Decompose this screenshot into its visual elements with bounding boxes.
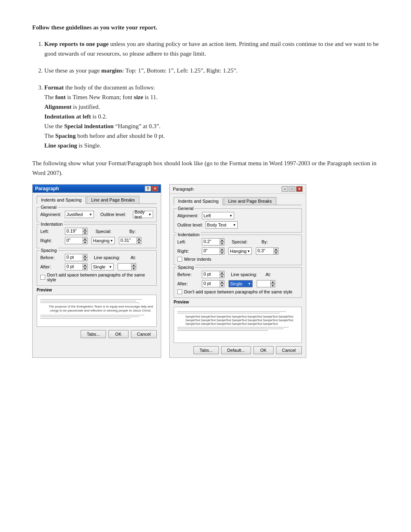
- before-spin-win7[interactable]: 0 pt ▲ ▼: [202, 271, 224, 278]
- preview-title-win7: Preview: [174, 300, 302, 304]
- left-spin-win7[interactable]: 0.2" ▲ ▼: [202, 238, 224, 245]
- minimize-button-win7[interactable]: –: [282, 186, 288, 192]
- at-spin-win7[interactable]: ▲ ▼: [257, 280, 275, 287]
- mirror-checkbox-win7[interactable]: [177, 257, 182, 262]
- after-up-win7[interactable]: ▲: [220, 280, 224, 284]
- after-spin-xp[interactable]: 0 pt ▲ ▼: [65, 263, 87, 270]
- outline-select-win7[interactable]: Body Text ▼: [206, 221, 238, 229]
- line-spacing-select-win7[interactable]: Single ▼: [228, 280, 253, 287]
- dont-add-checkbox-xp[interactable]: [40, 275, 45, 280]
- dialog-xp-window-controls[interactable]: ? ✕: [145, 186, 158, 191]
- left-value-xp[interactable]: 0.19": [65, 228, 83, 235]
- at-spin-xp[interactable]: ▲ ▼: [118, 263, 136, 270]
- after-up-arrow-xp[interactable]: ▲: [83, 263, 87, 267]
- right-spin-xp[interactable]: 0" ▲ ▼: [65, 237, 87, 244]
- general-content-win7: Alignment: Left ▼ Outline level: B: [177, 212, 298, 229]
- close-button-xp[interactable]: ✕: [152, 186, 158, 191]
- right-value-xp[interactable]: 0": [65, 237, 83, 244]
- left-row-win7: Left: 0.2" ▲ ▼ Special: By:: [177, 238, 298, 245]
- right-up-arrow-xp[interactable]: ▲: [83, 237, 87, 241]
- dialog-win7-window-controls[interactable]: – □ ✕: [282, 186, 303, 192]
- at-value-win7[interactable]: [257, 280, 271, 287]
- before-label-win7: Before:: [177, 272, 199, 277]
- right-spin-win7[interactable]: 0" ▲ ▼: [202, 247, 224, 255]
- after-spin-win7[interactable]: 0 pt ▲ ▼: [202, 280, 224, 287]
- ok-button-xp[interactable]: OK: [108, 330, 129, 338]
- line-spacing-arrow-xp: ▼: [109, 265, 112, 269]
- cancel-button-win7[interactable]: Cancel: [276, 346, 302, 354]
- right-value-win7[interactable]: 0": [202, 247, 220, 255]
- left-down-arrow-xp[interactable]: ▼: [83, 231, 87, 235]
- outline-label-win7: Outline level:: [177, 222, 203, 227]
- special-select-xp[interactable]: Hanging ▼: [91, 237, 115, 244]
- by-value-win7[interactable]: 0.3": [256, 247, 274, 255]
- spacing-section-win7: Spacing Before: 0 pt ▲ ▼ Line spacing: A…: [174, 267, 302, 298]
- cancel-button-xp[interactable]: Cancel: [131, 330, 157, 338]
- alignment-row-win7: Alignment: Left ▼: [177, 212, 298, 219]
- maximize-button-win7[interactable]: □: [289, 186, 295, 192]
- alignment-select-win7[interactable]: Left ▼: [202, 212, 234, 219]
- alignment-value-win7: Left: [203, 213, 211, 218]
- tab-line-breaks-win7[interactable]: Line and Page Breaks: [224, 197, 276, 205]
- right-up-win7[interactable]: ▲: [220, 247, 224, 251]
- tab-indents-spacing-win7[interactable]: Indents and Spacing: [174, 197, 223, 205]
- left-down-win7[interactable]: ▼: [220, 242, 224, 245]
- default-button-win7[interactable]: Default...: [221, 346, 251, 354]
- at-up-arrow-xp[interactable]: ▲: [131, 263, 136, 267]
- special-label-xp: Special:: [95, 229, 115, 234]
- left-value-win7[interactable]: 0.2": [202, 238, 220, 245]
- by-up-arrow-xp[interactable]: ▲: [137, 237, 141, 241]
- list-item-1: Keep reports to one page unless you are …: [44, 39, 379, 58]
- tabs-button-win7[interactable]: Tabs...: [193, 346, 218, 354]
- before-down-arrow-xp[interactable]: ▼: [83, 258, 87, 261]
- spacing-label-win7: Spacing: [176, 265, 195, 270]
- preview-win7-line-3: [177, 327, 289, 328]
- left-up-arrow-xp[interactable]: ▲: [83, 228, 87, 231]
- at-down-arrow-xp[interactable]: ▼: [131, 267, 136, 270]
- at-down-win7[interactable]: ▼: [270, 284, 275, 287]
- after-value-win7[interactable]: 0 pt: [202, 280, 220, 287]
- help-button-xp[interactable]: ?: [145, 186, 151, 191]
- tabs-button-xp[interactable]: Tabs...: [81, 330, 106, 338]
- before-down-win7[interactable]: ▼: [220, 274, 224, 278]
- alignment-select-xp[interactable]: Justified ▼: [65, 211, 94, 218]
- before-value-xp[interactable]: 0 pt: [65, 254, 83, 261]
- dialog-xp-tabs[interactable]: Indents and Spacing Line and Page Breaks: [37, 196, 157, 204]
- by-up-win7[interactable]: ▲: [274, 247, 278, 251]
- dialog-win7-tabs[interactable]: Indents and Spacing Line and Page Breaks: [174, 197, 302, 205]
- right-label-xp: Right:: [40, 238, 62, 243]
- right-down-arrow-xp[interactable]: ▼: [83, 241, 87, 244]
- by-spin-win7[interactable]: 0.3" ▲ ▼: [256, 247, 278, 255]
- left-up-win7[interactable]: ▲: [220, 238, 224, 242]
- tab-line-breaks-xp[interactable]: Line and Page Breaks: [87, 196, 139, 204]
- by-value-xp[interactable]: 0.31": [119, 237, 137, 244]
- before-up-win7[interactable]: ▲: [220, 271, 224, 274]
- alignment-value-xp: Justified: [66, 212, 83, 217]
- at-value-xp[interactable]: [118, 263, 132, 270]
- dont-add-checkbox-win7[interactable]: [177, 289, 182, 294]
- left-spin-xp[interactable]: 0.19" ▲ ▼: [65, 228, 87, 235]
- indentation-content-xp: Left: 0.19" ▲ ▼ Special: By: Right:: [40, 228, 153, 244]
- line-spacing-select-xp[interactable]: Single ▼: [91, 263, 114, 270]
- general-section-xp: General Alignment: Justified ▼ Outline l…: [37, 207, 157, 222]
- ok-button-win7[interactable]: OK: [253, 346, 274, 354]
- at-up-win7[interactable]: ▲: [270, 280, 275, 284]
- after-value-xp[interactable]: 0 pt: [65, 263, 83, 270]
- before-value-win7[interactable]: 0 pt: [202, 271, 220, 278]
- spacing-content-win7: Before: 0 pt ▲ ▼ Line spacing: At: After: [177, 271, 298, 294]
- right-down-win7[interactable]: ▼: [220, 251, 224, 255]
- before-spin-xp[interactable]: 0 pt ▲ ▼: [65, 254, 87, 261]
- special-select-win7[interactable]: Hanging ▼: [228, 247, 252, 255]
- after-down-arrow-xp[interactable]: ▼: [83, 267, 87, 270]
- after-down-win7[interactable]: ▼: [220, 284, 224, 287]
- outline-value-xp[interactable]: Body text ▼: [133, 211, 153, 218]
- tab-indents-spacing-xp[interactable]: Indents and Spacing: [37, 196, 86, 204]
- before-up-arrow-xp[interactable]: ▲: [83, 254, 87, 258]
- by-down-arrow-xp[interactable]: ▼: [137, 241, 141, 244]
- by-spin-xp[interactable]: 0.31" ▲ ▼: [119, 237, 141, 244]
- before-row-xp: Before: 0 pt ▲ ▼ Line spacing: At:: [40, 254, 153, 261]
- preview-win7-line-5: [177, 330, 268, 331]
- by-label-xp: By:: [129, 229, 152, 234]
- close-button-win7[interactable]: ✕: [296, 186, 303, 192]
- by-down-win7[interactable]: ▼: [274, 251, 278, 255]
